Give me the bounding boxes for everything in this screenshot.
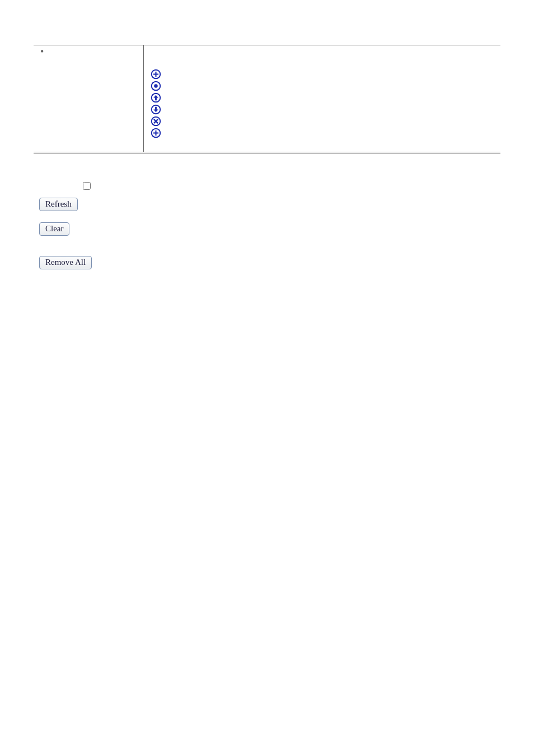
arrow-up-icon[interactable] [151,92,161,103]
option-checkbox[interactable] [83,182,91,190]
refresh-button[interactable]: Refresh [39,198,78,211]
clear-button[interactable]: Clear [39,222,69,236]
checkbox-row [83,180,500,190]
target-icon[interactable] [151,81,161,91]
x-icon[interactable] [151,116,161,127]
left-cell: • [34,45,144,153]
svg-point-4 [154,84,157,87]
arrow-down-icon[interactable] [151,104,161,115]
plus-icon[interactable] [151,69,161,80]
icon-stack [148,48,496,138]
remove-all-button[interactable]: Remove All [39,256,92,269]
plus-icon[interactable] [151,128,161,138]
layout-table: • [34,45,500,153]
page-root: • [0,0,534,269]
bullet-icon: • [38,46,44,57]
form-area: Refresh Clear Remove All [39,180,500,269]
right-cell [144,45,501,153]
